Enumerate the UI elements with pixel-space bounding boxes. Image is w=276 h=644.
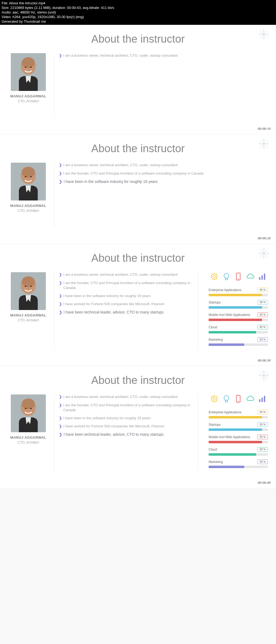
instructor-role: CTO, Architect: [8, 441, 49, 444]
skill-row: Cloud 80 %: [209, 447, 268, 456]
chevron-right-icon: ❯: [59, 171, 62, 176]
video-line: Video: h264, yuv420p, 1920x1080, 30.00 f…: [2, 15, 274, 19]
svg-rect-69: [264, 396, 265, 402]
svg-point-7: [25, 67, 26, 68]
svg-rect-64: [225, 400, 227, 402]
skill-bar: [209, 466, 268, 468]
bullet-text: I have worked for Fortune 500 companies …: [63, 424, 164, 429]
svg-point-25: [25, 286, 26, 287]
bullet-text: I have been in the software industry for…: [63, 416, 151, 421]
timestamp: 00:00:40: [258, 481, 271, 485]
chevron-right-icon: ❯: [59, 310, 62, 315]
avatar-image: [11, 394, 46, 432]
skills-icon-row: [209, 394, 268, 403]
svg-point-66: [238, 401, 239, 402]
bullet-text: I am a business owner, technical archite…: [63, 53, 178, 58]
skill-badge: 80 %: [257, 325, 268, 329]
bullet-item: ❯ I have worked for Fortune 500 companie…: [59, 424, 193, 429]
timestamp: 00:00:10: [258, 127, 271, 131]
skill-bar: [209, 428, 268, 431]
svg-point-37: [224, 273, 229, 278]
svg-rect-38: [225, 278, 227, 280]
skill-bar: [209, 416, 268, 418]
bullet-item: ❯ I am a business owner, technical archi…: [59, 394, 193, 399]
svg-point-24: [22, 276, 35, 287]
bullets-column: ❯ I am a business owner, technical archi…: [54, 272, 198, 350]
svg-point-63: [224, 396, 229, 400]
instructor-avatar: [11, 163, 46, 200]
skill-row: Enterprise Applications 90 %: [209, 288, 268, 296]
svg-line-35: [216, 274, 217, 275]
bullet-item: ❯ I have been in the software industry f…: [59, 179, 263, 185]
svg-point-40: [238, 279, 239, 280]
svg-rect-68: [261, 398, 263, 402]
bullet-item: ❯ I am the founder, CTO and Principal Ar…: [59, 171, 263, 176]
bullet-item: ❯ I am a business owner, technical archi…: [59, 53, 263, 58]
svg-line-60: [216, 401, 217, 401]
file-line: File: About the intructor.mp4: [2, 1, 274, 6]
bullet-item: ❯ I have been technical leader, advisor,…: [59, 310, 193, 315]
chevron-right-icon: ❯: [59, 394, 62, 399]
svg-line-33: [212, 274, 212, 275]
chevron-right-icon: ❯: [59, 272, 62, 277]
frame-title: About the instructor: [8, 142, 268, 155]
svg-point-6: [22, 57, 35, 68]
bullet-text: I am a business owner, technical archite…: [63, 272, 178, 277]
chevron-right-icon: ❯: [59, 403, 62, 413]
skill-bar: [209, 306, 268, 309]
bullet-item: ❯ I have been in the software industry f…: [59, 416, 193, 421]
snowflake-icon: [258, 138, 269, 152]
gear-icon: [210, 272, 219, 281]
skill-badge: 90 %: [257, 300, 268, 305]
skill-label: Enterprise Applications: [209, 410, 242, 414]
instructor-role: CTO, Architect: [8, 209, 49, 213]
svg-line-36: [212, 278, 212, 279]
bullet-item: ❯ I am a business owner, technical archi…: [59, 272, 193, 277]
instructor-card: MANUJ AGGARWAL CTO, Architect: [8, 394, 49, 472]
media-info-header: File: About the intructor.mp4 Size: 2210…: [0, 0, 276, 25]
skill-label: Cloud: [209, 325, 217, 329]
frame-title: About the instructor: [8, 374, 268, 386]
bullet-item: ❯ I am the founder, CTO and Principal Ar…: [59, 403, 193, 413]
bullets-column: ❯ I am a business owner, technical archi…: [54, 394, 198, 472]
svg-point-16: [25, 176, 26, 177]
gear-icon: [210, 394, 219, 403]
bullet-item: ❯ I am the founder, CTO and Principal Ar…: [59, 281, 193, 290]
instructor-card: MANUJ AGGARWAL CTO, Architect: [8, 163, 49, 227]
svg-point-54: [213, 398, 215, 400]
svg-point-8: [30, 67, 32, 68]
avatar-image: [11, 53, 46, 91]
skills-panel: Enterprise Applications 90 % Startups 90…: [203, 394, 268, 472]
bullet-item: ❯ I have been in the software industry f…: [59, 294, 193, 298]
bulb-icon: [222, 272, 231, 281]
timestamp: 00:00:20: [258, 236, 271, 240]
bullet-text: I have worked for Fortune 500 companies …: [63, 302, 164, 306]
bullet-text: I have been technical leader, advisor, C…: [64, 310, 164, 315]
skill-label: Marketing: [209, 338, 223, 342]
instructor-name: MANUJ AGGARWAL: [8, 435, 49, 439]
instructor-name: MANUJ AGGARWAL: [8, 94, 49, 98]
skill-row: Marketing 60 %: [209, 459, 268, 468]
thumbnail-frame: About the instructor MANUJ AGGARWAL CTO,…: [0, 366, 276, 488]
svg-point-15: [22, 167, 35, 178]
bullet-text: I am a business owner, technical archite…: [63, 163, 178, 168]
instructor-card: MANUJ AGGARWAL CTO, Architect: [8, 272, 49, 350]
instructor-avatar: [11, 272, 46, 310]
skill-row: Cloud 80 %: [209, 325, 268, 333]
thumbnail-frame: About the instructor MANUJ AGGARWAL CTO,…: [0, 244, 276, 366]
skill-bar: [209, 343, 268, 346]
instructor-role: CTO, Architect: [8, 318, 49, 322]
bullet-text: I am a business owner, technical archite…: [63, 394, 178, 399]
svg-point-52: [30, 408, 32, 409]
size-line: Size: 2210869 bytes (2.11 MiB), duration…: [2, 6, 274, 10]
svg-line-59: [212, 396, 212, 397]
skills-icon-row: [209, 272, 268, 281]
svg-line-62: [212, 401, 212, 401]
skill-badge: 80 %: [257, 447, 268, 452]
svg-rect-41: [259, 277, 260, 280]
skill-badge: 90 %: [257, 312, 268, 317]
chevron-right-icon: ❯: [59, 163, 62, 168]
skill-badge: 90 %: [257, 410, 268, 414]
chevron-right-icon: ❯: [59, 432, 62, 437]
skill-badge: 90 %: [257, 422, 268, 427]
